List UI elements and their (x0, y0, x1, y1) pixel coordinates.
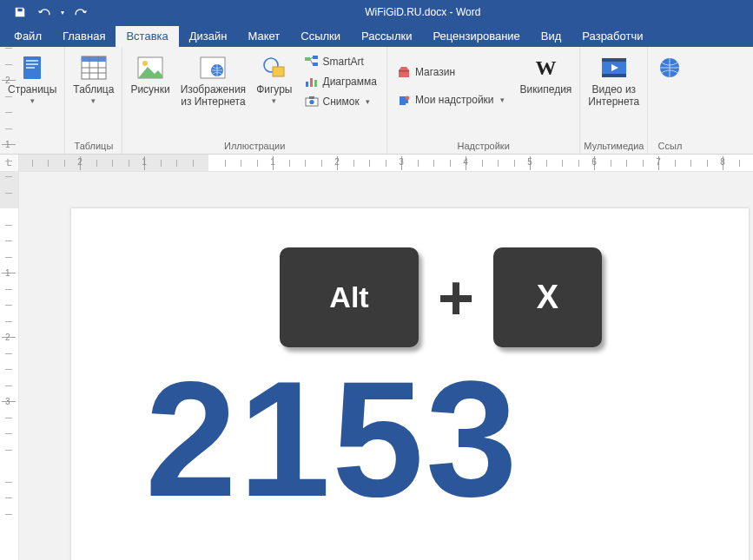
x-key-graphic: X (493, 247, 602, 347)
svg-rect-28 (602, 58, 626, 62)
document-name: WiFiGiD.RU.docx (365, 6, 446, 18)
chevron-down-icon: ▾ (91, 96, 96, 105)
group-links-label: Ссыл (651, 139, 688, 154)
pictures-button[interactable]: Рисунки (126, 50, 174, 96)
online-pictures-label: Изображения из Интернета (181, 83, 246, 108)
table-label: Таблица (73, 83, 114, 96)
tab-layout[interactable]: Макет (237, 26, 290, 47)
horizontal-ruler[interactable]: 21123456789 (19, 155, 753, 171)
group-links: Ссыл (648, 47, 691, 154)
tab-mailings[interactable]: Рассылки (351, 26, 422, 47)
svg-rect-18 (313, 63, 318, 66)
pages-button[interactable]: Страницы ▾ (3, 50, 61, 106)
wikipedia-label: Википедия (520, 83, 572, 96)
picture-icon (136, 54, 164, 82)
tab-file[interactable]: Файл (3, 26, 52, 47)
tab-developer[interactable]: Разработчи (571, 26, 653, 47)
tab-references[interactable]: Ссылки (290, 26, 351, 47)
online-video-button[interactable]: Видео из Интернета (584, 50, 644, 109)
addins-icon (397, 93, 411, 107)
title-separator: - (450, 6, 456, 18)
screenshot-label: Снимок (323, 96, 360, 108)
chevron-down-icon: ▾ (272, 96, 276, 105)
group-pages-label (3, 139, 61, 154)
screenshot-icon (305, 95, 319, 109)
undo-dropdown[interactable]: ▾ (57, 3, 68, 22)
svg-point-23 (309, 100, 314, 104)
chevron-down-icon: ▾ (366, 97, 370, 106)
quick-access-toolbar: ▾ (0, 3, 92, 22)
chevron-down-icon: ▾ (61, 9, 64, 16)
title-bar: ▾ WiFiGiD.RU.docx - Word (0, 0, 753, 24)
svg-rect-21 (314, 80, 317, 87)
wikipedia-button[interactable]: W Википедия (516, 50, 577, 96)
online-picture-icon (199, 54, 227, 82)
group-addins: Магазин Мои надстройки ▾ W Википедия Над… (387, 47, 580, 154)
chevron-down-icon: ▾ (30, 96, 35, 105)
page-icon (18, 54, 46, 82)
group-tables-label: Таблицы (69, 139, 118, 154)
undo-button[interactable] (33, 3, 56, 22)
store-icon (397, 65, 411, 79)
screenshot-button[interactable]: Снимок ▾ (301, 92, 381, 111)
document-page[interactable]: Alt + X 2153 (71, 208, 749, 560)
shapes-label: Фигуры (256, 83, 292, 96)
plus-symbol: + (438, 267, 474, 329)
svg-rect-20 (310, 78, 313, 87)
page-viewport: Alt + X 2153 (19, 172, 753, 560)
tab-insert[interactable]: Вставка (116, 26, 178, 47)
wikipedia-icon: W (532, 54, 559, 82)
tab-design[interactable]: Дизайн (179, 26, 238, 47)
tab-review[interactable]: Рецензирование (422, 26, 530, 47)
svg-rect-19 (306, 82, 308, 87)
svg-point-26 (406, 96, 410, 101)
tab-home[interactable]: Главная (52, 26, 116, 47)
save-icon (14, 6, 26, 18)
my-addins-button[interactable]: Мои надстройки ▾ (393, 90, 509, 109)
table-icon (80, 54, 108, 82)
group-media: Видео из Интернета Мультимедиа (580, 47, 648, 154)
svg-rect-3 (26, 67, 35, 69)
key-combo-graphic: Alt + X (280, 247, 714, 347)
svg-rect-16 (305, 57, 310, 61)
ruler-row: L 21123456789 (0, 155, 753, 172)
save-button[interactable] (9, 3, 31, 22)
ribbon-tabstrip: Файл Главная Вставка Дизайн Макет Ссылки… (0, 24, 753, 47)
group-media-label: Мультимедиа (584, 139, 644, 154)
store-label: Магазин (415, 66, 455, 78)
group-addins-label: Надстройки (391, 139, 576, 154)
app-name: Word (456, 6, 480, 18)
ribbon: Страницы ▾ Таблица ▾ Таблицы Рисунки (0, 47, 753, 155)
svg-rect-24 (309, 96, 314, 99)
svg-rect-2 (26, 63, 38, 65)
redo-button[interactable] (69, 3, 92, 22)
alt-key-graphic: Alt (280, 247, 419, 347)
shapes-button[interactable]: Фигуры ▾ (252, 50, 296, 106)
chart-button[interactable]: Диаграмма (301, 72, 381, 91)
svg-rect-29 (602, 74, 626, 77)
pictures-label: Рисунки (130, 83, 169, 96)
links-button[interactable] (651, 50, 688, 84)
smartart-button[interactable]: SmartArt (301, 52, 381, 71)
work-area: 21123 Alt + X 2153 (0, 172, 753, 560)
tab-view[interactable]: Вид (531, 26, 572, 47)
svg-rect-15 (273, 67, 284, 76)
chevron-down-icon: ▾ (500, 96, 505, 104)
store-button[interactable]: Магазин (393, 63, 509, 82)
table-button[interactable]: Таблица ▾ (69, 50, 118, 106)
smartart-icon (305, 55, 319, 69)
unicode-code-text: 2153 (145, 356, 714, 521)
svg-rect-25 (399, 70, 409, 72)
video-icon (600, 54, 628, 82)
shapes-icon (261, 54, 288, 82)
smartart-label: SmartArt (323, 56, 364, 68)
redo-icon (74, 6, 88, 18)
online-video-label: Видео из Интернета (588, 83, 639, 108)
svg-rect-5 (82, 56, 106, 62)
link-icon (656, 54, 684, 82)
pages-label: Страницы (8, 83, 56, 96)
ruler-tab-selector[interactable]: L (0, 155, 19, 171)
vertical-ruler[interactable]: 21123 (0, 172, 19, 560)
group-illustrations: Рисунки Изображения из Интернета Фигуры … (122, 47, 387, 154)
online-pictures-button[interactable]: Изображения из Интернета (176, 50, 250, 109)
